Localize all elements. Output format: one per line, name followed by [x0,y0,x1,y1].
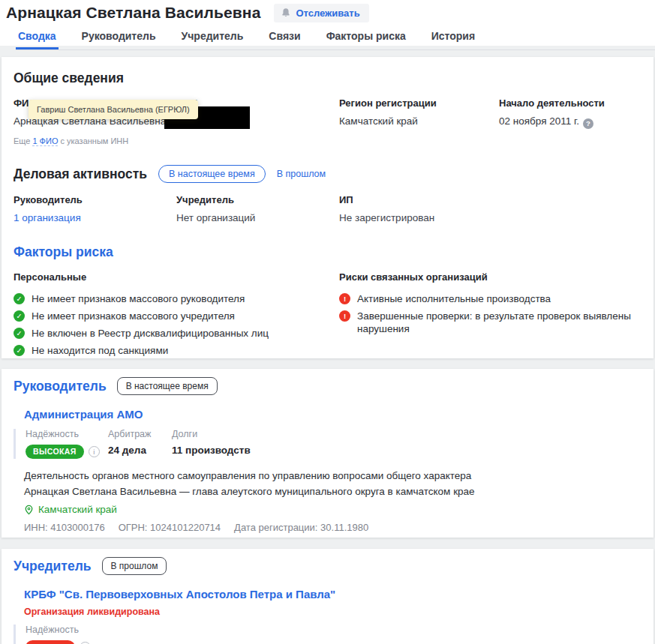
manager-card-title: Руководитель [14,379,107,394]
check-icon: ✓ [14,345,25,356]
manager-filter-current[interactable]: В настоящее время [117,377,218,395]
founder-filter-past[interactable]: В прошлом [102,557,167,575]
follow-button[interactable]: Отслеживать [274,4,368,22]
more-fio-link[interactable]: 1 ФИО [32,136,58,146]
risk-factors-grid: Персональные ✓ Не имеет признаков массов… [14,271,641,358]
risk-item-text: Не имеет признаков массового учредителя [32,310,235,322]
more-fio-note: Еще 1 ФИО с указанным ИНН [14,136,176,145]
manager-metrics: Надёжность ВЫСОКАЯ i Арбитраж 24 дела До… [14,429,641,459]
region-label: Регион регистрации [339,97,499,109]
alert-icon: ! [339,310,350,322]
reliability-metric: Надёжность НИЗКАЯ i [26,625,91,644]
manager-company-link[interactable]: Администрация АМО [24,408,143,421]
follow-button-label: Отслеживать [296,7,359,19]
related-risks-group: Риски связанных организаций ! Активные и… [339,271,641,358]
general-info-title: Общие сведения [14,70,641,86]
manager-card: Руководитель В настоящее время Администр… [2,369,653,538]
person-role-line: Арнацкая Светлана Васильевна — глава але… [24,484,641,499]
reliability-badge-low: НИЗКАЯ [26,640,75,644]
bell-icon [281,7,291,18]
company-activity-line: Деятельность органов местного самоуправл… [24,468,641,484]
risk-item-text: Активные исполнительные производства [357,292,551,305]
company-location-text: Камчатский край [38,504,117,515]
company-requisites: ИНН: 4103000176 ОГРН: 1024101220714 Дата… [24,522,641,533]
check-icon: ✓ [14,310,25,322]
risk-item-text: Не включен в Реестр дисквалифицированных… [32,327,269,340]
personal-risks-group: Персональные ✓ Не имеет признаков массов… [14,271,339,358]
region-field: Регион регистрации Камчатский край [339,97,499,145]
tab-istoriya[interactable]: История [429,28,477,49]
company-inn: ИНН: 4103000176 [24,522,105,533]
arbitration-value: 24 дела [108,445,172,456]
debts-label: Долги [172,429,251,439]
check-icon: ✓ [14,328,25,339]
company-description: Деятельность органов местного самоуправл… [24,468,641,499]
activity-founder-label: Учредитель [176,194,339,205]
activity-ip: ИП Не зарегистрирован [339,194,641,223]
company-ogrn: ОГРН: 1024101220714 [119,522,221,533]
reliability-label: Надёжность [26,625,91,635]
activity-header: Деловая активность В настоящее время В п… [14,165,641,183]
reliability-label: Надёжность [26,429,108,439]
reliability-metric: Надёжность ВЫСОКАЯ i [26,429,108,459]
risk-item: ✓ Не включен в Реестр дисквалифицированн… [14,327,339,340]
tab-svodka[interactable]: Сводка [16,28,59,49]
activity-manager-label: Руководитель [14,194,176,205]
company-location: Камчатский край [24,504,641,515]
founder-card: Учредитель В прошлом КРБФ "Св. Первоверх… [2,549,653,644]
debts-metric: Долги 11 производств [172,429,251,459]
activity-ip-value: Не зарегистрирован [339,212,641,223]
arbitration-label: Арбитраж [108,429,172,439]
activity-manager: Руководитель 1 организация [14,194,176,223]
more-fio-suffix: с указанным ИНН [58,136,128,145]
related-risks-title: Риски связанных организаций [339,271,641,283]
activity-founder-value: Нет организаций [176,212,339,223]
founder-company-link[interactable]: КРБФ "Св. Первоверховных Апостолов Петра… [24,588,335,601]
risk-item: ✓ Не имеет признаков массового учредител… [14,310,339,322]
start-date: 02 ноября 2011 г. [499,115,579,127]
activity-manager-link[interactable]: 1 организация [14,212,81,223]
activity-filter-current[interactable]: В настоящее время [158,165,266,183]
tab-svyazi[interactable]: Связи [266,28,302,49]
check-icon: ✓ [14,293,25,304]
risk-item-text: Не находится под санкциями [32,344,168,357]
company-reg-date: Дата регистрации: 30.11.1980 [234,522,368,533]
fio-tooltip: Гавриш Светлана Васильевна (ЕГРЮЛ) [29,100,198,119]
activity-filter-past[interactable]: В прошлом [277,169,326,179]
debts-value: 11 производств [172,445,251,456]
risk-factors-title: Факторы риска [14,244,641,260]
arbitration-metric: Арбитраж 24 дела [108,429,172,459]
info-icon[interactable]: i [89,446,100,457]
alert-icon: ! [339,293,350,304]
reliability-badge-high: ВЫСОКАЯ [26,445,84,459]
page-title: Арнацкая Светлана Васильевна [6,4,260,22]
liquidation-status: Организация ликвидирована [24,607,641,617]
founder-metrics: Надёжность НИЗКАЯ i [14,625,641,644]
activity-founder: Учредитель Нет организаций [176,194,339,223]
activity-ip-label: ИП [339,194,641,205]
region-value: Камчатский край [339,115,499,127]
start-value: 02 ноября 2011 г.? [499,115,641,129]
risk-item: ! Активные исполнительные производства [339,292,641,305]
risk-item: ! Завершенные проверки: в результате про… [339,310,641,335]
tab-rukovoditel[interactable]: Руководитель [80,28,158,49]
tab-faktory-riska[interactable]: Факторы риска [324,28,408,49]
page-header: Арнацкая Светлана Васильевна Отслеживать… [0,0,655,46]
more-fio-prefix: Еще [14,136,32,145]
location-pin-icon [24,505,34,515]
tab-uchreditel[interactable]: Учредитель [179,28,246,49]
risk-item: ✓ Не находится под санкциями [14,344,339,357]
summary-card: Гавриш Светлана Васильевна (ЕГРЮЛ) Общие… [2,57,653,358]
risk-item: ✓ Не имеет признаков массового руководит… [14,292,339,305]
founder-card-title: Учредитель [14,559,92,574]
start-label: Начало деятельности [499,97,641,109]
tab-bar: Сводка Руководитель Учредитель Связи Фак… [16,28,655,50]
risk-item-text: Завершенные проверки: в результате прове… [357,310,641,335]
activity-title: Деловая активность [14,166,147,182]
start-field: Начало деятельности 02 ноября 2011 г.? [499,97,641,145]
activity-fields: Руководитель 1 организация Учредитель Не… [14,194,641,223]
personal-risks-title: Персональные [14,271,339,283]
question-icon[interactable]: ? [583,118,593,129]
risk-item-text: Не имеет признаков массового руководител… [32,292,245,305]
